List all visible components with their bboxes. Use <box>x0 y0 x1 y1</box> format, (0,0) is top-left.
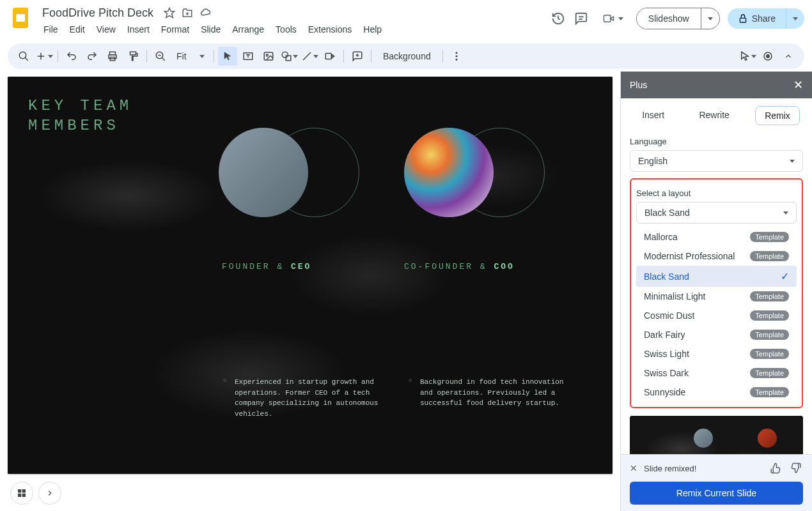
history-icon[interactable] <box>550 11 566 26</box>
dismiss-status-button[interactable]: ✕ <box>630 463 637 473</box>
menu-edit[interactable]: Edit <box>65 22 90 37</box>
svg-rect-5 <box>604 15 611 22</box>
check-icon: ✓ <box>781 270 789 282</box>
layout-option[interactable]: MallorcaTemplate <box>636 227 797 247</box>
chevron-down-icon <box>751 55 756 58</box>
chevron-down-icon <box>293 55 298 58</box>
member-desc-2: Background in food tech innovation and o… <box>420 377 567 409</box>
thumbs-up-button[interactable] <box>769 461 783 475</box>
layout-option[interactable]: Minimalist LightTemplate <box>636 287 797 306</box>
close-icon[interactable]: ✕ <box>793 78 803 92</box>
slide-canvas[interactable]: KEY TEAM MEMBERS FOUNDER & CEO CO-FOUNDE… <box>8 77 613 474</box>
menu-help[interactable]: Help <box>358 22 387 37</box>
document-title[interactable]: FoodDrive Pitch Deck <box>38 5 157 21</box>
layout-option-label: Sunnyside <box>644 387 685 397</box>
panel-header: Plus ✕ <box>621 72 812 98</box>
header-actions: Slideshow Share <box>550 8 804 29</box>
svg-rect-26 <box>325 54 331 59</box>
chevron-down-icon <box>48 55 53 58</box>
remix-button[interactable]: Remix Current Slide <box>630 482 803 505</box>
svg-point-23 <box>282 52 288 57</box>
transition-button[interactable] <box>320 47 340 66</box>
share-dropdown[interactable] <box>786 8 804 29</box>
layout-option[interactable]: SunnysideTemplate <box>636 383 797 402</box>
cloud-icon[interactable] <box>199 7 211 19</box>
select-tool[interactable] <box>218 47 237 66</box>
thumbs-down-button[interactable] <box>789 461 803 475</box>
chevron-down-icon <box>790 160 795 163</box>
filmstrip-toggle-button[interactable] <box>38 482 61 505</box>
layout-option-label: Black Sand <box>644 271 689 282</box>
menu-slide[interactable]: Slide <box>196 22 226 37</box>
pointer-mode-button[interactable] <box>738 47 757 66</box>
shape-tool[interactable] <box>279 47 299 66</box>
new-slide-button[interactable] <box>35 47 54 66</box>
status-text: Slide remixed! <box>644 464 762 473</box>
chevron-down-icon <box>783 211 788 215</box>
record-button[interactable] <box>758 47 777 66</box>
layout-option[interactable]: Black Sand✓ <box>636 266 797 287</box>
menu-file[interactable]: File <box>38 22 63 37</box>
layout-option[interactable]: Swiss LightTemplate <box>636 344 797 363</box>
background-button[interactable]: Background <box>375 47 439 65</box>
layout-option[interactable]: Swiss DarkTemplate <box>636 363 797 383</box>
layout-option-label: Swiss Light <box>644 349 689 359</box>
menu-extensions[interactable]: Extensions <box>303 22 357 37</box>
layout-preview[interactable]: — — — — — — — —— — — — — — —— — — — — — … <box>630 416 803 454</box>
paint-format-button[interactable] <box>123 47 143 66</box>
chevron-down-icon <box>708 17 713 20</box>
search-button[interactable] <box>14 47 33 66</box>
member-photo-1 <box>219 128 308 217</box>
slideshow-dropdown[interactable] <box>701 8 719 29</box>
image-tool[interactable] <box>259 47 278 66</box>
menu-bar: File Edit View Insert Format Slide Arran… <box>38 22 550 37</box>
main-area: KEY TEAM MEMBERS FOUNDER & CEO CO-FOUNDE… <box>0 72 812 511</box>
zoom-select[interactable]: Fit <box>171 49 210 64</box>
undo-button[interactable] <box>62 47 81 66</box>
share-button[interactable]: Share <box>728 8 786 29</box>
template-badge: Template <box>750 310 789 321</box>
layout-option-label: Cosmic Dust <box>644 310 694 321</box>
grid-view-button[interactable] <box>10 482 33 505</box>
svg-point-33 <box>766 54 770 58</box>
comment-button[interactable] <box>348 47 367 66</box>
more-button[interactable] <box>447 47 466 66</box>
zoom-value: Fit <box>176 51 187 61</box>
separator <box>58 50 58 63</box>
menu-tools[interactable]: Tools <box>270 22 302 37</box>
comments-icon[interactable] <box>574 11 589 26</box>
slides-logo[interactable] <box>8 5 33 31</box>
meet-button[interactable] <box>597 9 629 28</box>
line-tool[interactable] <box>300 47 319 66</box>
move-icon[interactable] <box>182 7 193 19</box>
redo-button[interactable] <box>82 47 102 66</box>
layout-option-label: Swiss Dark <box>644 368 689 378</box>
layout-list: MallorcaTemplateModernist ProfessionalTe… <box>636 227 797 402</box>
collapse-toolbar-button[interactable] <box>779 47 798 66</box>
svg-point-30 <box>455 56 457 57</box>
textbox-tool[interactable] <box>238 47 258 66</box>
tab-rewrite[interactable]: Rewrite <box>690 106 738 125</box>
zoom-out-button[interactable] <box>151 47 170 66</box>
chevron-down-icon <box>793 17 798 20</box>
language-select[interactable]: English <box>630 150 803 172</box>
panel-footer: ✕ Slide remixed! Remix Current Slide <box>621 454 812 511</box>
star-icon[interactable] <box>164 7 175 19</box>
tab-remix[interactable]: Remix <box>755 106 800 125</box>
layout-option[interactable]: Cosmic DustTemplate <box>636 306 797 325</box>
print-button[interactable] <box>103 47 122 66</box>
layout-option-label: Dark Fairy <box>644 330 685 340</box>
layout-option[interactable]: Dark FairyTemplate <box>636 325 797 344</box>
separator <box>146 50 147 63</box>
menu-insert[interactable]: Insert <box>122 22 155 37</box>
menu-format[interactable]: Format <box>156 22 194 37</box>
layout-option-label: Minimalist Light <box>644 291 705 301</box>
menu-view[interactable]: View <box>91 22 121 37</box>
slideshow-button[interactable]: Slideshow <box>637 8 701 29</box>
layout-select[interactable]: Black Sand <box>636 202 797 224</box>
tab-insert[interactable]: Insert <box>633 106 673 125</box>
panel-title: Plus <box>630 80 647 90</box>
svg-point-31 <box>455 59 457 61</box>
layout-option[interactable]: Modernist ProfessionalTemplate <box>636 247 797 266</box>
menu-arrange[interactable]: Arrange <box>227 22 269 37</box>
